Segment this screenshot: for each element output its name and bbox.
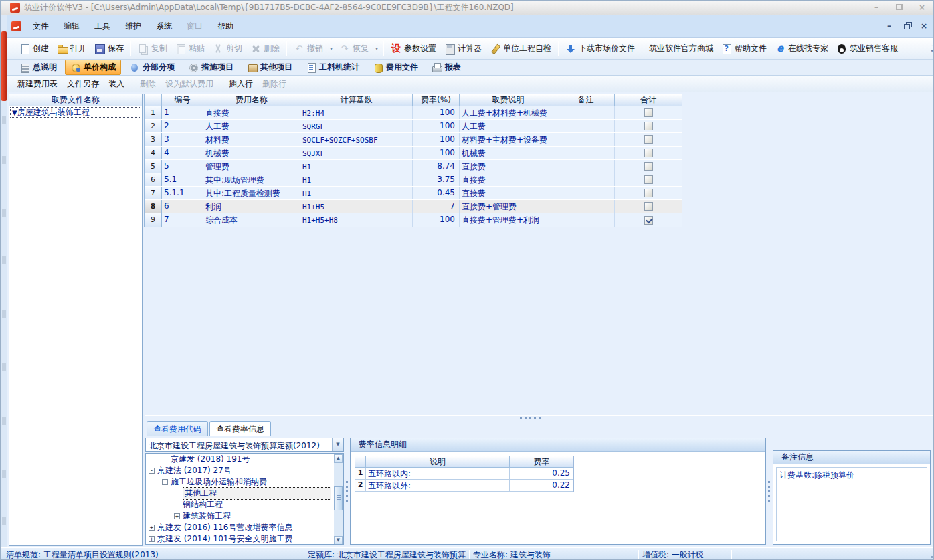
vertical-splitter-grip[interactable]	[346, 481, 348, 502]
minimize-button[interactable]: –	[870, 3, 882, 12]
tree-item[interactable]: 京建发 (2018) 191号	[146, 454, 343, 465]
row-number[interactable]: 9	[145, 213, 162, 227]
menu-file[interactable]: 文件	[25, 18, 56, 35]
total-checkbox[interactable]	[644, 175, 653, 184]
sales-service-button[interactable]: 筑业销售客服	[832, 41, 902, 56]
save-file-as-button[interactable]: 文件另存	[62, 76, 104, 92]
note-cell[interactable]	[557, 120, 615, 132]
base-cell[interactable]: H1	[300, 173, 413, 186]
delete-row-button[interactable]: 删除行	[258, 76, 291, 92]
tree-item[interactable]: -京建法 (2017) 27号	[146, 465, 343, 476]
code-cell[interactable]: 1	[162, 106, 203, 119]
note-content[interactable]: 计费基数:除税预算价	[776, 467, 927, 541]
base-cell[interactable]: H2:H4	[300, 106, 413, 119]
base-cell[interactable]: H1	[300, 187, 413, 199]
open-button[interactable]: 打开	[53, 41, 90, 56]
rate-desc-cell[interactable]: 五环路以内:	[366, 468, 510, 480]
code-cell[interactable]: 7	[162, 213, 203, 227]
docked-red-tab[interactable]	[1, 31, 7, 101]
fee-file-tree-item[interactable]: ▼房屋建筑与装饰工程	[10, 107, 141, 118]
rate-cell[interactable]: 100	[413, 213, 460, 227]
menu-window[interactable]: 窗口	[179, 18, 210, 35]
tab-labor-material-stats[interactable]: 工料机统计	[300, 60, 365, 75]
row-number[interactable]: 8	[145, 200, 162, 213]
mdi-restore-button[interactable]	[901, 21, 912, 31]
tree-item[interactable]: 钢结构工程	[146, 499, 343, 510]
vertical-splitter-grip[interactable]	[768, 481, 770, 502]
official-mall-button[interactable]: 筑业软件官方商城	[645, 41, 717, 56]
docked-panel-strip[interactable]	[1, 15, 7, 547]
desc-cell[interactable]: 机械费	[460, 147, 557, 159]
menu-help[interactable]: 帮助	[210, 18, 241, 35]
note-cell[interactable]	[557, 213, 615, 227]
total-checkbox[interactable]	[644, 108, 653, 117]
name-cell[interactable]: 机械费	[203, 147, 300, 159]
online-expert-button[interactable]: e在线找专家	[771, 41, 832, 56]
cut-button[interactable]: 剪切	[209, 41, 246, 56]
row-number[interactable]: 4	[145, 147, 162, 159]
rate-cell[interactable]: 100	[413, 133, 460, 146]
tab-unit-price-composition[interactable]: 单价构成	[65, 60, 121, 75]
code-cell[interactable]: 6	[162, 200, 203, 213]
tab-fee-file[interactable]: 费用文件	[367, 60, 424, 75]
row-number[interactable]: 2	[355, 480, 366, 492]
note-cell[interactable]	[557, 133, 615, 146]
total-checkbox[interactable]	[644, 122, 653, 130]
tree-expand-icon[interactable]: +	[174, 513, 180, 519]
set-default-fee-button[interactable]: 设为默认费用	[161, 76, 218, 92]
desc-cell[interactable]: 直接费	[460, 173, 557, 186]
desc-cell[interactable]: 人工费	[460, 120, 557, 132]
menu-maintain[interactable]: 维护	[118, 18, 149, 35]
undo-button[interactable]: ↶撤销	[290, 41, 327, 56]
code-cell[interactable]: 2	[162, 120, 203, 132]
delete-fee-button[interactable]: 删除	[135, 76, 161, 92]
desc-cell[interactable]: 直接费	[460, 187, 557, 199]
splitter-grip[interactable]	[520, 417, 541, 419]
desc-cell[interactable]: 直接费	[460, 160, 557, 173]
tree-scrollbar[interactable]: ▲ ▼	[334, 454, 343, 545]
self-check-button[interactable]: 单位工程自检	[486, 41, 555, 56]
rate-value-cell[interactable]: 0.25	[510, 468, 573, 480]
base-cell[interactable]: SQCLF+SQZCF+SQSBF	[300, 133, 413, 146]
name-cell[interactable]: 利润	[203, 200, 300, 213]
redo-dropdown-arrow[interactable]: ▾	[373, 44, 381, 53]
code-cell[interactable]: 5	[162, 160, 203, 173]
base-cell[interactable]: SQJXF	[300, 147, 413, 159]
name-cell[interactable]: 材料费	[203, 133, 300, 146]
tree-item-selected[interactable]: 其他工程	[146, 488, 343, 499]
rate-value-cell[interactable]: 0.22	[510, 480, 573, 492]
desc-cell[interactable]: 材料费+主材费+设备费	[460, 133, 557, 146]
base-cell[interactable]: H1+H5	[300, 200, 413, 213]
name-cell[interactable]: 综合成本	[203, 213, 300, 227]
tab-view-rate-info[interactable]: 查看费率信息	[209, 421, 271, 436]
row-number[interactable]: 5	[145, 160, 162, 173]
maximize-button[interactable]	[893, 3, 905, 12]
calculator-button[interactable]: 计算器	[440, 41, 486, 56]
desc-cell[interactable]: 人工费+材料费+机械费	[460, 106, 557, 119]
help-file-button[interactable]: 帮助文件	[717, 41, 771, 56]
rate-cell[interactable]: 7	[413, 200, 460, 213]
rate-desc-cell[interactable]: 五环路以外:	[366, 480, 510, 492]
base-cell[interactable]: H1	[300, 160, 413, 173]
total-checkbox[interactable]	[644, 189, 653, 197]
mdi-minimize-button[interactable]: –	[884, 21, 895, 31]
delete-button[interactable]: 删除	[246, 41, 284, 56]
note-cell[interactable]	[557, 173, 615, 186]
create-button[interactable]: 创建	[15, 41, 53, 56]
tab-measure-items[interactable]: 措施项目	[183, 60, 239, 75]
save-button[interactable]: 保存	[90, 41, 128, 56]
rate-cell[interactable]: 100	[413, 147, 460, 159]
note-cell[interactable]	[557, 160, 615, 173]
menu-system[interactable]: 系统	[149, 18, 179, 35]
tree-item[interactable]: +建筑装饰工程	[146, 510, 343, 522]
tree-item[interactable]: +京建发 (2016) 116号营改增费率信息	[146, 522, 343, 533]
name-cell[interactable]: 其中:工程质量检测费	[203, 187, 300, 199]
code-cell[interactable]: 4	[162, 147, 203, 159]
row-number[interactable]: 1	[355, 468, 366, 480]
undo-dropdown-arrow[interactable]: ▾	[327, 44, 335, 53]
rate-cell[interactable]: 0.45	[413, 187, 460, 199]
tab-report[interactable]: 报表	[426, 60, 466, 75]
tree-item[interactable]: +京建发 (2014) 101号安全文明施工费	[146, 533, 343, 545]
rate-cell[interactable]: 100	[413, 106, 460, 119]
name-cell[interactable]: 其中:现场管理费	[203, 173, 300, 186]
